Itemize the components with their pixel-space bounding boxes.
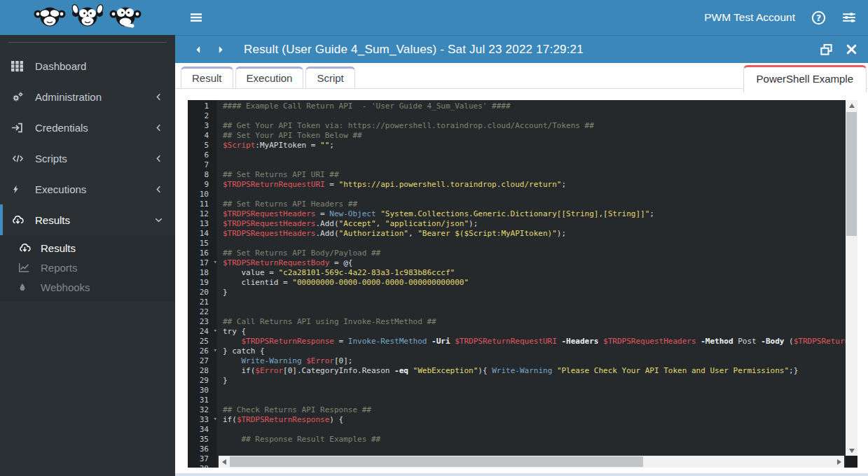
app-window: PWM Test Account ? Result (User Guide 4_…: [0, 0, 868, 476]
line-number: 29: [200, 376, 209, 385]
gutter-line-7: 7: [188, 160, 217, 170]
horizontal-scrollbar[interactable]: [219, 456, 844, 468]
gutter-line-9: 9: [188, 180, 217, 190]
fold-marker-icon[interactable]: ▾: [214, 415, 217, 422]
fold-marker-icon[interactable]: ▾: [214, 258, 217, 265]
line-number: 24: [200, 327, 209, 336]
code-line-14: $TRDPSRequestHeaders.Add("Authorization"…: [223, 229, 846, 239]
code-line-16: ## Set Returns API Body/Payload ##: [223, 248, 846, 258]
gutter-line-6: 6: [188, 150, 217, 160]
gutter-line-14: 14: [188, 229, 217, 239]
code-line-5: $Script:MyAPItoken = "";: [223, 141, 846, 150]
scroll-down-button[interactable]: [846, 445, 857, 456]
code-line-12: $TRDPSRequestHeaders = New-Object "Syste…: [223, 209, 846, 219]
tab-bar: ResultExecutionScript PowerShell Example: [175, 63, 868, 89]
sidebar-item-results[interactable]: Results: [0, 204, 175, 235]
line-number: 14: [200, 229, 209, 238]
sidebar-item-label: Credentials: [35, 122, 88, 134]
sidebar-subitem-reports[interactable]: Reports: [0, 258, 175, 277]
code-line-18: value = "c2a28101-569c-4a22-83a3-1c983b8…: [223, 268, 846, 278]
gutter-line-11: 11: [188, 200, 217, 209]
code-line-15: [223, 239, 846, 248]
sidebar-item-credentials[interactable]: Credentials: [0, 112, 175, 143]
brand-logo[interactable]: [0, 0, 175, 35]
gutter-line-32: 32: [188, 405, 217, 415]
three-monkeys-icon: [33, 3, 142, 32]
code-line-35: ## Response Result Examples ##: [223, 435, 846, 444]
sidebar-item-label: Scripts: [35, 153, 67, 164]
line-number: 12: [200, 209, 209, 218]
gutter-line-33: 33▾: [188, 415, 217, 425]
line-number: 1: [204, 102, 209, 111]
code-editor[interactable]: 1234567891011121314151617▾18192021222324…: [188, 100, 846, 468]
line-number: 16: [200, 248, 209, 258]
code-line-31: [223, 396, 846, 405]
cogs-icon: [11, 91, 27, 103]
scroll-right-button[interactable]: [834, 456, 844, 467]
gutter-line-18: 18: [188, 268, 217, 278]
restore-window-icon[interactable]: [819, 43, 833, 57]
sidebar-item-administration[interactable]: Administration: [0, 81, 175, 112]
code-line-32: ## Check Returns API Response ##: [223, 405, 846, 415]
code-line-29: }: [223, 376, 846, 386]
line-number: 20: [200, 288, 209, 297]
account-name[interactable]: PWM Test Account: [704, 11, 795, 24]
line-number: 36: [200, 444, 209, 454]
next-result-button[interactable]: [213, 42, 228, 57]
scroll-left-button[interactable]: [219, 456, 229, 467]
tab-execution[interactable]: Execution: [235, 66, 304, 88]
editor-code[interactable]: #### Example Call Return API - 'User Gui…: [217, 100, 846, 468]
close-window-icon[interactable]: [844, 43, 858, 57]
code-line-3: ## Get Your API Token via: https://power…: [223, 121, 846, 131]
sidebar-subitem-label: Reports: [41, 262, 78, 274]
hamburger-menu-icon[interactable]: [186, 7, 207, 28]
chevron-left-icon: [154, 122, 164, 132]
sidebar-item-label: Administration: [35, 91, 102, 103]
tab-script[interactable]: Script: [305, 66, 354, 88]
sidebar-subitem-webhooks[interactable]: Webhooks: [0, 277, 175, 297]
line-number: 32: [200, 405, 209, 414]
vertical-scrollbar[interactable]: [846, 100, 857, 456]
fold-marker-icon[interactable]: ▾: [214, 327, 217, 334]
line-number: 18: [200, 268, 209, 277]
sidebar-item-label: Results: [35, 214, 70, 226]
line-number: 30: [200, 386, 209, 395]
code-line-36: [223, 444, 846, 454]
sidebar-item-dashboard[interactable]: Dashboard: [0, 50, 175, 81]
tab-powershell-example[interactable]: PowerShell Example: [743, 65, 867, 92]
code-line-33: if($TRDPSReturnResponse) {: [223, 415, 846, 425]
sidebar-subitem-label: Webhooks: [41, 281, 90, 293]
code-line-19: clientid = "00000000-0000-0000-0000-0000…: [223, 278, 846, 288]
gutter-line-21: 21: [188, 298, 217, 307]
sidebar-item-scripts[interactable]: Scripts: [0, 143, 175, 174]
help-icon[interactable]: ?: [811, 10, 826, 25]
line-number: 38: [200, 464, 209, 468]
line-number: 23: [200, 317, 209, 326]
chart-line-icon: [18, 262, 32, 273]
gutter-line-16: 16: [188, 248, 217, 258]
gutter-line-15: 15: [188, 239, 217, 248]
scroll-up-button[interactable]: [846, 100, 857, 111]
gutter-line-31: 31: [188, 396, 217, 405]
gutter-line-34: 34: [188, 425, 217, 435]
gutter-line-3: 3: [188, 121, 217, 131]
code-line-11: ## Set Returns API Headers ##: [223, 200, 846, 209]
vertical-scrollbar-thumb[interactable]: [846, 112, 857, 236]
code-line-25: $TRDPSReturnResponse = Invoke-RestMethod…: [223, 337, 846, 346]
control-sidebar-sliders-icon[interactable]: [841, 10, 857, 25]
code-line-30: [223, 386, 846, 396]
fold-marker-icon[interactable]: ▾: [214, 346, 217, 354]
bolt-icon: [11, 183, 27, 195]
chevron-down-icon: [154, 215, 164, 225]
chevron-left-icon: [154, 153, 164, 163]
horizontal-scrollbar-thumb[interactable]: [230, 456, 643, 467]
code-line-24: try {: [223, 327, 846, 337]
sidebar-item-executions[interactable]: Executions: [0, 174, 175, 204]
editor-gutter: 1234567891011121314151617▾18192021222324…: [188, 100, 217, 468]
code-line-4: ## Set Your API Token Below ##: [223, 131, 846, 141]
prev-result-button[interactable]: [191, 42, 206, 57]
tab-result[interactable]: Result: [181, 66, 233, 88]
sidebar-subitem-label: Results: [41, 242, 76, 254]
sidebar-subitem-results[interactable]: Results: [0, 238, 175, 258]
code-line-21: [223, 298, 846, 307]
